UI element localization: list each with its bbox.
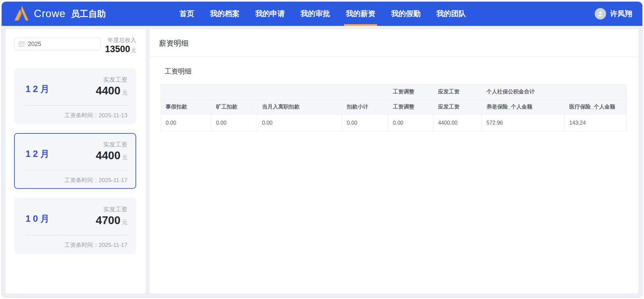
annual-income: 年度总收入 13500元 [105, 36, 136, 55]
nav-label: 我的审批 [301, 9, 330, 18]
cell-absenteeism-deduction: 0.00 [211, 115, 257, 132]
col-pension-personal: 养老保险_个人金额 [482, 99, 565, 115]
col-absenteeism-deduction: 旷工扣款 [211, 99, 257, 115]
nav-item-my-applications[interactable]: 我的申请 [255, 2, 285, 26]
annual-income-value: 13500 [105, 44, 130, 54]
user-icon [595, 8, 606, 19]
nav-label: 我的薪资 [346, 9, 375, 18]
payslip-date-label: 工资条时间： [64, 112, 99, 119]
net-salary-label: 实发工资 [96, 76, 127, 84]
cell-salary-adjustment: 0.00 [388, 115, 433, 132]
title-divider [150, 56, 638, 57]
year-input[interactable] [28, 41, 85, 48]
payslip-date-value: 2025-11-17 [99, 177, 127, 183]
section-title: 工资明细 [165, 67, 638, 76]
payslip-sidebar: 年度总收入 13500元 12月 实发工资 4400元 [6, 29, 146, 293]
table-row: 0.00 0.00 0.00 0.00 0.00 4400.00 572.96 … [161, 115, 627, 132]
nav-item-my-salary[interactable]: 我的薪资 [346, 2, 375, 26]
payslip-month: 12月 [25, 148, 52, 160]
payslip-month: 10月 [25, 213, 52, 225]
col-salary-adjustment: 工资调整 [388, 99, 433, 115]
nav-item-home[interactable]: 首页 [179, 2, 194, 26]
net-salary-label: 实发工资 [96, 140, 127, 148]
year-picker[interactable] [14, 38, 101, 50]
nav-item-my-profile[interactable]: 我的档案 [210, 2, 239, 26]
active-tab-underline [344, 24, 377, 26]
col-gross-salary: 应发工资 [433, 99, 481, 115]
payslip-card-list: 12月 实发工资 4400元 工资条时间：2025-11-13 [14, 68, 136, 254]
net-salary-label: 实发工资 [96, 205, 127, 213]
net-salary-amount: 4400元 [96, 148, 127, 165]
col-medical-personal: 医疗保险_个人金额 [565, 99, 627, 115]
payslip-date: 工资条时间：2025-11-17 [25, 241, 127, 249]
net-salary-unit: 元 [122, 90, 127, 95]
brand-name: Crowe [34, 8, 66, 20]
payslip-card-oct[interactable]: 10月 实发工资 4700元 工资条时间：2025-11-17 [14, 198, 136, 254]
annual-income-amount: 13500元 [105, 44, 136, 55]
payslip-date-value: 2025-11-13 [99, 112, 127, 119]
top-navigation-bar: Crowe 员工自助 首页 我的档案 我的申请 我的审批 我的薪资 [2, 2, 642, 26]
cell-personal-leave-deduction: 0.00 [161, 115, 211, 132]
salary-detail-panel: 薪资明细 工资明细 工资调整 应发工资 个人社保公积金合计 事假扣款 [150, 29, 638, 293]
group-header-personal-insurance-total: 个人社保公积金合计 [482, 84, 627, 99]
group-header-salary-adjustment: 工资调整 [388, 84, 433, 99]
nav-item-my-team[interactable]: 我的团队 [436, 2, 466, 26]
nav-item-my-approvals[interactable]: 我的审批 [301, 2, 330, 26]
cell-gross-salary: 4400.00 [433, 115, 481, 132]
nav-label: 首页 [179, 9, 194, 18]
cell-medical-personal: 143.24 [565, 115, 627, 132]
brand: Crowe 员工自助 [2, 5, 106, 23]
table-header-row: 事假扣款 旷工扣款 当月入离职扣款 扣款小计 工资调整 应发工资 养老保险_个人… [161, 99, 627, 115]
app-title: 员工自助 [71, 8, 106, 20]
nav-label: 我的申请 [255, 9, 285, 18]
page-content: 年度总收入 13500元 12月 实发工资 4400元 [2, 26, 642, 298]
salary-table: 工资调整 应发工资 个人社保公积金合计 事假扣款 旷工扣款 当月入离职扣款 扣款… [161, 84, 627, 132]
net-salary-value: 4400 [96, 84, 120, 97]
app-window: Crowe 员工自助 首页 我的档案 我的申请 我的审批 我的薪资 [1, 1, 643, 298]
net-salary-amount: 4400元 [96, 84, 127, 100]
year-summary-row: 年度总收入 13500元 [14, 38, 136, 55]
group-header-empty [161, 84, 388, 99]
page-title: 薪资明细 [150, 29, 638, 48]
card-divider [25, 105, 127, 106]
payslip-date-label: 工资条时间： [64, 177, 99, 183]
calendar-icon [18, 41, 24, 47]
payslip-card-dec-2-selected[interactable]: 12月 实发工资 4400元 工资条时间：2025-11-17 [14, 133, 136, 189]
card-divider [25, 235, 127, 236]
col-personal-leave-deduction: 事假扣款 [161, 99, 211, 115]
nav-label: 我的假勤 [391, 9, 421, 18]
payslip-date: 工资条时间：2025-11-17 [25, 176, 127, 184]
net-salary-unit: 元 [122, 155, 127, 160]
nav-label: 我的团队 [436, 9, 466, 18]
crowe-logo-icon [12, 5, 30, 23]
net-salary-value: 4700 [96, 214, 120, 226]
user-name: 许凤翔 [610, 9, 632, 19]
payslip-card-dec-1[interactable]: 12月 实发工资 4400元 工资条时间：2025-11-13 [14, 68, 136, 124]
payslip-date: 工资条时间：2025-11-13 [25, 112, 127, 119]
nav-item-my-attendance[interactable]: 我的假勤 [391, 2, 421, 26]
payslip-date-value: 2025-11-17 [99, 242, 127, 248]
main-nav: 首页 我的档案 我的申请 我的审批 我的薪资 我的假勤 [179, 2, 466, 26]
payslip-month: 12月 [25, 83, 52, 95]
cell-deduction-subtotal: 0.00 [342, 115, 388, 132]
net-salary-value: 4400 [96, 149, 120, 162]
annual-income-unit: 元 [131, 47, 136, 53]
table-group-header-row: 工资调整 应发工资 个人社保公积金合计 [161, 84, 627, 99]
col-onboard-offboard-deduction: 当月入离职扣款 [257, 99, 342, 115]
cell-onboard-offboard-deduction: 0.00 [257, 115, 342, 132]
cell-pension-personal: 572.96 [482, 115, 565, 132]
group-header-gross-salary: 应发工资 [433, 84, 481, 99]
col-deduction-subtotal: 扣款小计 [342, 99, 388, 115]
card-divider [25, 170, 127, 171]
user-menu[interactable]: 许凤翔 [595, 2, 632, 26]
net-salary-unit: 元 [122, 219, 127, 225]
annual-income-label: 年度总收入 [105, 36, 136, 44]
nav-label: 我的档案 [210, 9, 239, 18]
net-salary-amount: 4700元 [96, 213, 127, 229]
payslip-date-label: 工资条时间： [64, 242, 99, 248]
